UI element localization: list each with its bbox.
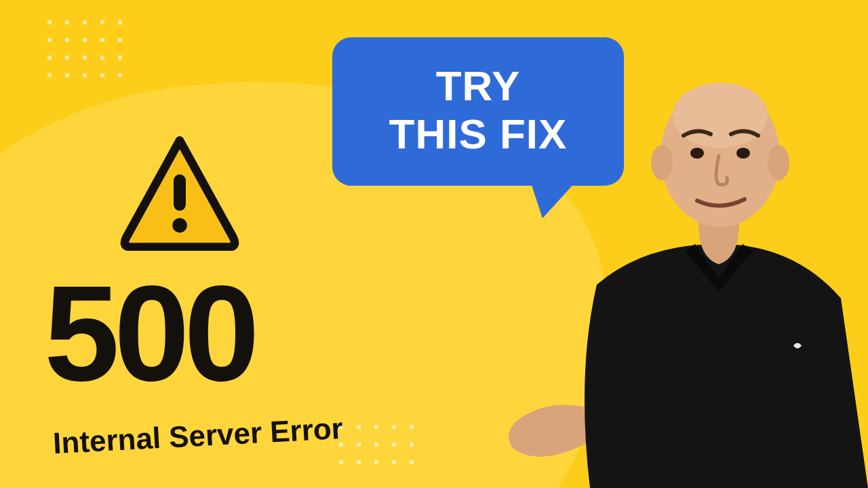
svg-point-3	[673, 83, 768, 148]
svg-point-1	[172, 218, 186, 232]
svg-point-4	[651, 145, 673, 180]
warning-icon	[119, 136, 241, 251]
svg-rect-0	[174, 174, 186, 211]
svg-point-6	[690, 148, 704, 159]
error-code: 500	[44, 266, 254, 401]
svg-point-5	[768, 145, 789, 180]
svg-point-7	[736, 148, 750, 159]
decorative-dots-bottom	[339, 425, 414, 464]
decorative-dots-top	[47, 20, 122, 77]
presenter-photo	[475, 54, 868, 488]
